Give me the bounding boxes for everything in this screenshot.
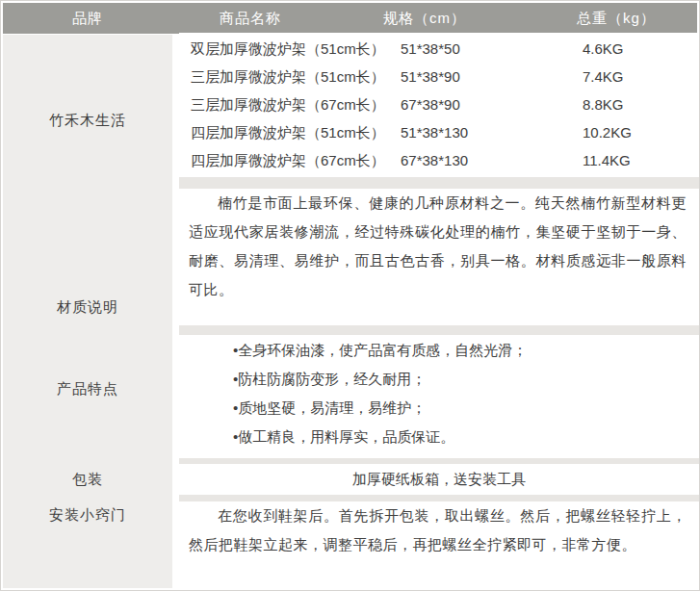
product-weight: 11.4KG (583, 146, 631, 174)
packaging-text: 加厚硬纸板箱，送安装工具 (352, 471, 526, 487)
product-weight: 8.8KG (583, 90, 624, 118)
feature-item: •防柱防腐防变形，经久耐用； (233, 365, 689, 394)
table-row: 三层加厚微波炉架（67cm长） 67*38*90 8.8KG (179, 90, 699, 118)
product-features-section: •全身环保油漆，使产品富有质感，自然光滑； •防柱防腐防变形，经久耐用； •质地… (179, 335, 699, 458)
material-description-text: 楠竹是市面上最环保、健康的几种原材料之一。纯天然楠竹新型材料更适应现代家居装修潮… (189, 189, 687, 304)
product-spec: 67*38*130 (401, 146, 468, 174)
installation-tips-text: 在您收到鞋架后。首先拆开包装，取出螺丝。然后，把螺丝轻轻拧上，然后把鞋架立起来，… (189, 501, 687, 559)
content-area: 双层加厚微波炉架（51cm长） 51*38*50 4.6KG 三层加厚微波炉架（… (179, 33, 699, 590)
product-spec: 51*38*130 (401, 118, 468, 146)
table-header: 品牌 商品名称 规格（cm） 总重（kg） (3, 3, 697, 34)
installation-tips-section: 在您收到鞋架后。首先拆开包装，取出螺丝。然后，把螺丝轻轻拧上，然后把鞋架立起来，… (179, 501, 699, 591)
product-spec: 67*38*90 (401, 90, 460, 118)
product-weight: 4.6KG (583, 35, 624, 63)
header-col-spec: 规格（cm） (383, 3, 466, 34)
feature-item: •全身环保油漆，使产品富有质感，自然光滑； (233, 336, 689, 365)
packaging-section: 加厚硬纸板箱，送安装工具 (179, 464, 699, 495)
installation-section-label: 安装小窍门 (3, 505, 172, 525)
product-name: 四层加厚微波炉架（67cm长） (191, 146, 385, 174)
product-weight: 7.4KG (583, 63, 624, 90)
brand-label: 竹禾木生活 (3, 111, 172, 130)
table-row: 四层加厚微波炉架（51cm长） 51*38*130 10.2KG (179, 118, 699, 146)
header-col-name: 商品名称 (220, 3, 281, 34)
header-col-weight: 总重（kg） (577, 3, 656, 34)
table-row: 双层加厚微波炉架（51cm长） 51*38*50 4.6KG (179, 35, 699, 63)
product-weight: 10.2KG (583, 118, 632, 146)
packaging-section-label: 包装 (3, 470, 172, 489)
material-section-label: 材质说明 (3, 297, 172, 317)
product-list-section: 双层加厚微波炉架（51cm长） 51*38*50 4.6KG 三层加厚微波炉架（… (179, 33, 699, 177)
product-spec-table: 品牌 商品名称 规格（cm） 总重（kg） 竹禾木生活 材质说明 产品特点 包装… (0, 0, 700, 591)
table-row: 三层加厚微波炉架（51cm长） 51*38*90 7.4KG (179, 63, 699, 90)
product-name: 四层加厚微波炉架（51cm长） (191, 118, 385, 146)
table-row: 四层加厚微波炉架（67cm长） 67*38*130 11.4KG (179, 146, 699, 174)
header-col-brand: 品牌 (72, 3, 103, 34)
product-name: 三层加厚微波炉架（67cm长） (191, 90, 385, 118)
product-name: 三层加厚微波炉架（51cm长） (191, 63, 385, 90)
material-description-section: 楠竹是市面上最环保、健康的几种原材料之一。纯天然楠竹新型材料更适应现代家居装修潮… (179, 189, 699, 325)
features-section-label: 产品特点 (3, 379, 172, 398)
product-name: 双层加厚微波炉架（51cm长） (191, 35, 385, 63)
feature-item: •做工精良，用料厚实，品质保证。 (233, 423, 689, 451)
product-spec: 51*38*90 (401, 63, 460, 90)
feature-item: •质地坚硬，易清理，易维护； (233, 394, 689, 423)
product-spec: 51*38*50 (401, 35, 460, 63)
